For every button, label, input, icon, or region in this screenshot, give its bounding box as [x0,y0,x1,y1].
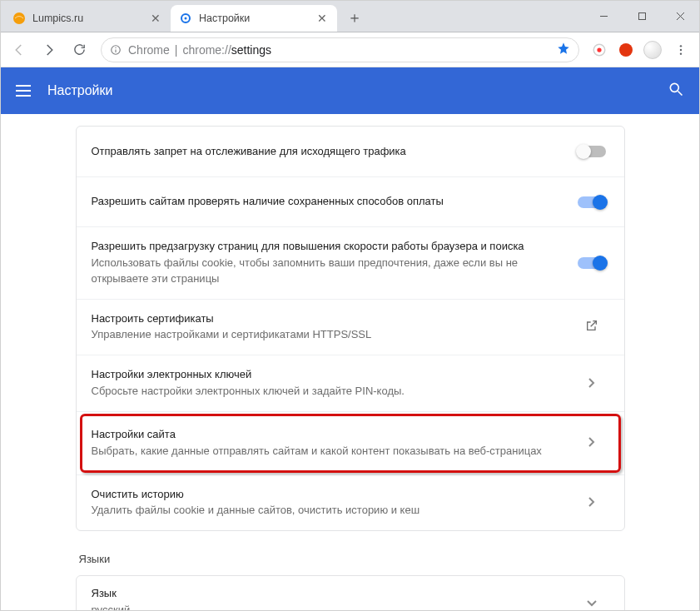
row-subtitle: Удалить файлы cookie и данные сайтов, оч… [92,503,574,519]
privacy-card: Отправлять запрет на отслеживание для ис… [76,126,625,531]
profile-avatar[interactable] [641,38,664,62]
close-icon[interactable]: ✕ [315,12,329,25]
tab-strip: Lumpics.ru ✕ Настройки ✕ ＋ [1,1,584,32]
browser-toolbar: Chrome | chrome://settings [1,32,699,67]
row-payment-methods[interactable]: Разрешить сайтам проверять наличие сохра… [77,176,624,226]
gear-icon [179,12,192,25]
row-subtitle: русский [92,603,574,610]
forward-button[interactable] [36,37,62,63]
close-icon[interactable]: ✕ [149,12,162,25]
svg-point-15 [670,83,678,92]
chevron-right-icon [588,495,595,510]
row-language[interactable]: Язык русский [77,576,624,610]
row-title: Отправлять запрет на отслеживание для ис… [92,144,574,160]
omnibox-url-prefix: chrome:// [182,43,231,57]
row-subtitle: Управление настройками и сертификатами H… [92,327,574,343]
hamburger-icon[interactable] [16,82,32,99]
omnibox-url-path: settings [231,43,271,57]
section-languages-heading: Языки [76,553,625,565]
row-site-settings[interactable]: Настройки сайта Выбрать, какие данные от… [77,411,624,474]
omnibox-host: Chrome [128,43,170,57]
svg-point-13 [680,48,682,50]
settings-header: Настройки [1,67,699,114]
info-icon [110,44,122,56]
row-clear-browsing-data[interactable]: Очистить историю Удалить файлы cookie и … [77,474,624,531]
window-controls [584,1,699,32]
external-link-icon [585,319,598,335]
row-subtitle: Выбрать, какие данные отправлять сайтам … [92,444,574,459]
tab-lumpics[interactable]: Lumpics.ru ✕ [4,5,171,32]
tab-title: Настройки [199,12,315,24]
row-title: Язык [92,586,574,602]
toggle-on-icon[interactable] [578,196,606,208]
extension-yandex-icon[interactable] [588,38,611,62]
languages-card: Язык русский [76,575,625,610]
row-title: Разрешить предзагрузку страниц для повыш… [92,239,574,255]
address-bar[interactable]: Chrome | chrome://settings [101,37,579,62]
window-titlebar: Lumpics.ru ✕ Настройки ✕ ＋ [1,1,699,32]
chevron-right-icon [588,376,595,391]
row-subtitle: Использовать файлы cookie, чтобы запомни… [92,256,574,287]
svg-point-12 [680,45,682,47]
omnibox-separator: | [170,43,183,57]
orange-dot-icon [12,12,26,25]
svg-rect-4 [638,13,645,20]
reload-button[interactable] [66,37,92,63]
tab-settings[interactable]: Настройки ✕ [171,5,337,32]
row-preload-pages[interactable]: Разрешить предзагрузку страниц для повыш… [77,226,624,299]
svg-point-14 [680,52,682,54]
minimize-button[interactable] [584,3,623,30]
menu-button[interactable] [668,37,694,63]
row-title: Настройки сайта [92,427,574,443]
bookmark-star-icon[interactable] [557,42,570,57]
row-subtitle: Сбросьте настройки электронных ключей и … [92,384,574,400]
settings-content: Отправлять запрет на отслеживание для ис… [1,114,699,610]
row-manage-certificates[interactable]: Настроить сертификаты Управление настрой… [77,299,624,355]
chevron-down-icon [587,595,597,610]
row-title: Разрешить сайтам проверять наличие сохра… [92,194,574,210]
maximize-button[interactable] [623,3,661,30]
row-security-keys[interactable]: Настройки электронных ключей Сбросьте на… [77,355,624,411]
chevron-right-icon [588,435,595,450]
back-button[interactable] [6,37,32,63]
close-window-button[interactable] [661,3,699,30]
svg-line-16 [678,92,683,96]
row-do-not-track[interactable]: Отправлять запрет на отслеживание для ис… [77,127,624,176]
row-title: Настройки электронных ключей [92,367,574,383]
extension-opera-icon[interactable] [614,38,638,62]
toggle-on-icon[interactable] [578,257,606,269]
toggle-off-icon[interactable] [578,146,606,157]
tab-title: Lumpics.ru [32,12,149,24]
svg-point-11 [597,47,601,52]
svg-point-2 [185,17,187,20]
row-title: Очистить историю [92,487,574,503]
settings-title: Настройки [47,83,112,98]
search-icon[interactable] [668,81,684,101]
new-tab-button[interactable]: ＋ [342,5,367,30]
svg-point-9 [115,47,116,47]
row-title: Настроить сертификаты [92,311,574,327]
